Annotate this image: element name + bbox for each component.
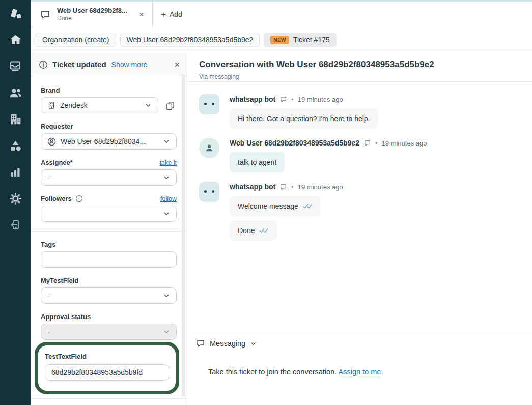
add-tab-button[interactable]: + Add [153,2,190,27]
followers-select[interactable] [41,206,177,222]
message-row: Web User 68d29b2f80348953a5d5b9e2 • 19 m… [199,138,521,172]
ticket-properties-panel: Ticket updated Show more × Brand [31,53,187,405]
channel-bubble-icon [279,183,287,191]
mytestfield-value: - [47,292,50,300]
followers-field: Followers follow [41,195,177,222]
message-row: whatsapp bot • 19 minutes ago Hi there. … [199,94,521,129]
bot-avatar [199,94,219,114]
testtextfield-highlight-annotation: TestTextField 68d29b2f80348953a5d5b9fd [35,342,179,394]
chevron-down-icon [163,210,170,217]
testtextfield-label: TestTextField [45,353,169,360]
approval-status-field: Approval status - [41,313,177,340]
channel-label: Messaging [210,339,245,348]
ticket-number-label: Ticket #175 [293,36,330,44]
panel-section-divider [31,398,187,399]
new-status-badge: NEW [270,36,289,44]
composer: Messaging Take this ticket to join the c… [188,332,532,405]
message-timestamp: 19 minutes ago [382,139,427,147]
follow-link[interactable]: follow [160,195,177,202]
followers-label: Followers [41,195,72,202]
chevron-down-icon [163,138,170,145]
admin-gear-icon[interactable] [8,191,22,206]
brand-building-icon [47,101,55,109]
user-avatar [199,138,219,158]
join-conversation-text: Take this ticket to join the conversatio… [208,368,337,376]
requester-select[interactable]: Web User 68d29b2f8034... [41,133,177,150]
copy-icon[interactable] [163,99,177,112]
show-more-link[interactable]: Show more [111,61,148,69]
brand-select[interactable]: Zendesk [41,97,158,113]
chevron-down-icon [250,340,257,347]
message-text: Welcome message [238,202,298,210]
message-author: whatsapp bot [230,183,275,191]
mytestfield-select[interactable]: - [41,287,177,304]
followers-info-icon[interactable] [75,195,83,202]
views-icon[interactable] [8,59,22,73]
mytestfield-label: MyTestField [41,277,78,284]
tab-close-icon[interactable]: × [137,9,146,20]
ticket-updated-alert: Ticket updated Show more × [31,53,187,76]
tags-label: Tags [41,241,55,248]
message-author: Web User 68d29b2f80348953a5d5b9e2 [230,139,359,147]
requester-value: Web User 68d29b2f8034... [61,137,146,146]
alert-close-icon[interactable]: × [174,60,180,69]
meta-separator: • [375,139,378,147]
message-text: Done [238,226,255,235]
plus-icon: + [161,10,166,19]
app-nav-rail [0,0,31,405]
chevron-down-icon [163,328,170,335]
shapes-icon[interactable] [8,138,22,153]
testtextfield-input[interactable]: 68d29b2f80348953a5d5b9fd [45,364,169,381]
approval-status-select[interactable]: - [41,324,177,340]
conversation-channel: Via messaging [199,73,521,80]
assignee-label: Assignee* [41,159,73,166]
info-icon [39,60,48,69]
breadcrumb-user[interactable]: Web User 68d29b2f80348953a5d5b9e2 [120,33,260,47]
chevron-down-icon [145,102,152,109]
take-it-link[interactable]: take it [160,159,177,166]
requester-field: Requester Web User 68d29b2f8034... [41,123,177,150]
assignee-field: Assignee* take it - [41,159,177,186]
panel-scrollbar[interactable] [182,74,185,397]
message-row: whatsapp bot • 19 minutes ago Welcome me… [199,182,521,241]
conversation-panel: Conversation with Web User 68d29b2f80348… [188,53,532,405]
assign-to-me-link[interactable]: Assign to me [339,368,381,376]
home-icon[interactable] [8,33,22,47]
channel-picker[interactable]: Messaging [188,332,532,355]
message-timestamp: 19 minutes ago [298,183,343,191]
customers-icon[interactable] [8,85,22,100]
channel-bubble-icon [279,96,287,103]
messaging-bubble-icon [196,339,205,348]
brand-value: Zendesk [60,101,88,109]
assignee-select[interactable]: - [41,169,177,186]
message-bubble: Done [230,220,277,241]
tab-status: Done [57,15,137,22]
breadcrumb-organization[interactable]: Organization (create) [36,33,116,47]
message-timestamp: 19 minutes ago [298,96,343,103]
message-list: whatsapp bot • 19 minutes ago Hi there. … [188,82,532,241]
message-text: Hi there. Got a question? I'm here to he… [238,114,370,123]
message-author: whatsapp bot [230,95,275,103]
mobile-exit-icon[interactable] [8,218,22,232]
chevron-down-icon [163,292,170,299]
breadcrumb-ticket[interactable]: NEW Ticket #175 [264,33,336,47]
chevron-down-icon [163,174,170,181]
zendesk-logo-icon[interactable] [7,6,24,23]
message-bubble: talk to agent [230,152,285,172]
join-conversation-footer: Take this ticket to join the conversatio… [188,368,532,376]
alert-title: Ticket updated [52,60,106,69]
testtextfield-value: 68d29b2f80348953a5d5b9fd [51,368,143,377]
ticket-tab[interactable]: Web User 68d29b2f8... Done × [31,2,153,27]
tags-input[interactable] [41,251,177,268]
tags-field: Tags [41,241,177,268]
conversation-title: Conversation with Web User 68d29b2f80348… [199,60,521,70]
brand-field: Brand Zendesk [41,86,177,113]
mytestfield-field: MyTestField - [41,277,177,304]
approval-status-label: Approval status [41,313,91,321]
panel-section-divider [31,231,187,232]
add-tab-label: Add [170,10,182,18]
organizations-icon[interactable] [8,112,22,126]
conversation-header: Conversation with Web User 68d29b2f80348… [188,53,532,82]
bot-avatar [199,182,219,202]
reporting-icon[interactable] [8,165,22,179]
